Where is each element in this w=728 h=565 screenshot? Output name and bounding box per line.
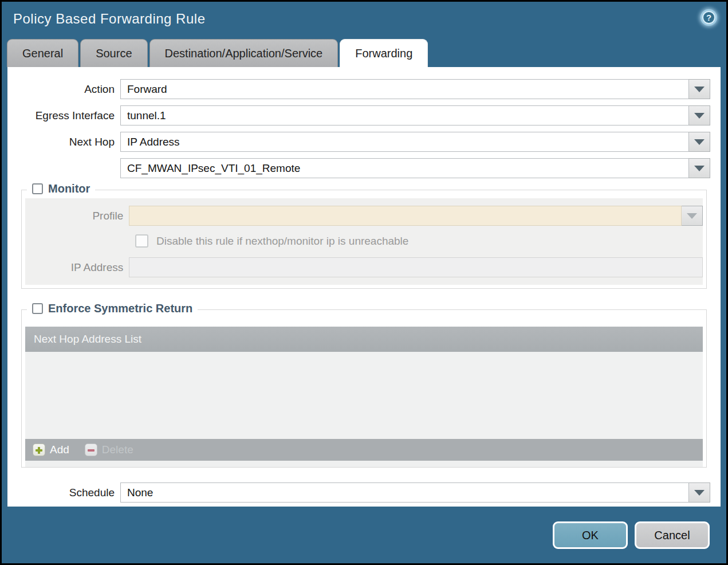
tab-forwarding[interactable]: Forwarding [340, 39, 428, 67]
schedule-select[interactable]: None [120, 482, 689, 503]
egress-interface-row: Egress Interface tunnel.1 [7, 105, 721, 125]
schedule-label: Schedule [7, 486, 120, 499]
next-hop-type-dropdown-button[interactable] [689, 132, 710, 152]
monitor-panel: Profile Disable this rule if nexthop/mon… [25, 198, 703, 285]
footer-bar: OK Cancel [2, 507, 726, 563]
profile-dropdown-button[interactable] [682, 206, 703, 226]
schedule-row: Schedule None [7, 482, 721, 503]
policy-based-forwarding-dialog: Policy Based Forwarding Rule ? General S… [2, 2, 726, 563]
chevron-down-icon [694, 490, 705, 496]
symmetric-return-section: Enforce Symmetric Return Next Hop Addres… [21, 309, 707, 468]
egress-interface-dropdown-button[interactable] [689, 105, 710, 125]
action-dropdown-button[interactable] [689, 79, 710, 99]
monitor-ip-address-row: IP Address [25, 257, 703, 277]
help-icon[interactable]: ? [701, 9, 717, 26]
profile-row: Profile [25, 206, 703, 226]
tab-bar: General Source Destination/Application/S… [2, 39, 726, 67]
chevron-down-icon [687, 213, 697, 219]
chevron-down-icon [694, 166, 705, 171]
action-label: Action [7, 83, 120, 96]
next-hop-type-select[interactable]: IP Address [120, 132, 689, 152]
tab-general[interactable]: General [7, 39, 78, 67]
chevron-down-icon [694, 139, 705, 145]
tab-source[interactable]: Source [80, 39, 147, 67]
action-row: Action Forward [7, 79, 721, 99]
title-bar: Policy Based Forwarding Rule ? [2, 2, 726, 39]
monitor-ip-address-input[interactable] [129, 257, 703, 277]
table-footer-strip [25, 461, 703, 467]
monitor-checkbox[interactable] [32, 183, 43, 194]
disable-rule-label: Disable this rule if nexthop/monitor ip … [156, 235, 408, 248]
symmetric-return-legend-label: Enforce Symmetric Return [48, 302, 192, 315]
next-hop-row: Next Hop IP Address [7, 132, 721, 152]
dialog-title: Policy Based Forwarding Rule [13, 11, 205, 27]
next-hop-address-select[interactable]: CF_MWAN_IPsec_VTI_01_Remote [120, 158, 689, 178]
cancel-button[interactable]: Cancel [635, 521, 710, 549]
tab-destination-application-service[interactable]: Destination/Application/Service [149, 39, 339, 67]
disable-rule-checkbox[interactable] [135, 234, 148, 248]
table-body [25, 352, 703, 439]
symmetric-return-legend: Enforce Symmetric Return [27, 302, 198, 315]
next-hop-address-row: CF_MWAN_IPsec_VTI_01_Remote [7, 158, 721, 178]
add-button[interactable]: Add [33, 444, 69, 456]
profile-select[interactable] [129, 206, 682, 226]
chevron-down-icon [694, 87, 705, 92]
table-toolbar: Add Delete [25, 439, 703, 461]
monitor-section: Monitor Profile Disable this rule if nex… [21, 190, 707, 289]
disable-rule-row: Disable this rule if nexthop/monitor ip … [135, 234, 703, 248]
next-hop-address-dropdown-button[interactable] [689, 158, 710, 178]
content-panel: Action Forward Egress Interface tunnel.1… [7, 67, 721, 507]
add-icon [33, 444, 45, 456]
next-hop-label: Next Hop [7, 136, 120, 148]
add-button-label: Add [50, 444, 69, 456]
schedule-dropdown-button[interactable] [689, 482, 710, 503]
table-header: Next Hop Address List [25, 327, 703, 352]
profile-label: Profile [25, 210, 129, 222]
monitor-ip-address-label: IP Address [25, 261, 129, 274]
action-select[interactable]: Forward [120, 79, 689, 99]
symmetric-return-checkbox[interactable] [32, 303, 43, 314]
chevron-down-icon [694, 113, 705, 119]
help-icon-glyph: ? [702, 11, 715, 24]
monitor-legend: Monitor [27, 182, 95, 195]
egress-interface-select[interactable]: tunnel.1 [120, 105, 689, 125]
delete-icon [85, 444, 97, 456]
egress-interface-label: Egress Interface [7, 109, 120, 122]
delete-button-label: Delete [102, 444, 133, 456]
delete-button[interactable]: Delete [85, 444, 133, 456]
ok-button[interactable]: OK [553, 521, 628, 549]
monitor-legend-label: Monitor [48, 182, 90, 195]
next-hop-address-list-table: Next Hop Address List Add Delete [25, 327, 703, 467]
